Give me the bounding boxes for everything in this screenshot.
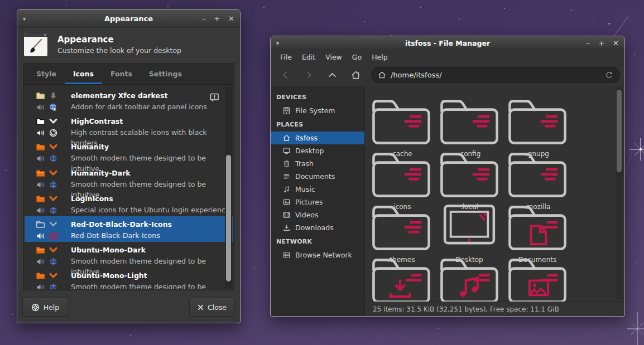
theme-list-scrollbar[interactable] [225, 87, 232, 288]
star [459, 18, 460, 20]
menu-item[interactable]: Go [347, 53, 367, 61]
tab[interactable]: Icons [65, 64, 102, 84]
folder-downloads-icon [367, 252, 435, 302]
sidebar-item[interactable]: Documents [271, 170, 364, 183]
comment-badge-icon [210, 93, 219, 103]
close-dialog-button[interactable]: Close [189, 298, 235, 317]
file-item[interactable]: Desktop [435, 198, 503, 251]
sidebar-item[interactable]: Pictures [271, 196, 364, 208]
theme-name: LoginIcons [71, 193, 233, 205]
tab[interactable]: Settings [141, 64, 190, 84]
globe-navy-icon [49, 283, 58, 289]
star [382, 336, 383, 337]
file-item[interactable]: .cache [367, 93, 435, 145]
theme-name: Humanity-Dark [71, 168, 233, 179]
theme-description: Special icons for the Ubuntu login exper… [71, 205, 233, 215]
star [66, 4, 67, 6]
menu-item[interactable]: File [275, 53, 297, 61]
file-item[interactable]: Music [435, 251, 503, 302]
sidebar-item[interactable]: Videos [271, 208, 364, 221]
globe-navy-icon [49, 180, 58, 189]
chevron-left-icon [281, 70, 290, 80]
monitor-icon [435, 200, 503, 255]
home-button[interactable] [344, 66, 367, 83]
window-menu-icon[interactable]: ▾ [276, 40, 286, 46]
icon-theme-row[interactable]: elementary Xfce darkest Addon for dark t… [25, 88, 233, 113]
menubar: FileEditViewGoHelp [271, 50, 624, 64]
sidebar-section-label: NETWORK [271, 234, 364, 249]
toolbar: /home/itsfoss/ [271, 64, 624, 86]
star [438, 328, 439, 329]
window-menu-icon[interactable]: ▾ [23, 16, 33, 22]
back-button[interactable] [274, 66, 296, 83]
sidebar-item[interactable]: Downloads [271, 221, 364, 234]
maximize-button[interactable]: + [598, 40, 604, 47]
chevron-orange-icon [49, 194, 58, 203]
speaker-color-icon [36, 257, 45, 266]
close-button[interactable]: ✕ [613, 40, 619, 47]
file-item[interactable]: .themes [367, 198, 435, 251]
icon-theme-row[interactable]: Humanity-Dark Smooth modern theme design… [25, 165, 233, 191]
sidebar-item[interactable]: Music [271, 183, 364, 196]
minimize-button[interactable]: – [202, 15, 206, 22]
file-item[interactable]: Downloads [367, 251, 435, 302]
menu-item[interactable]: Edit [297, 53, 320, 61]
reload-icon[interactable] [605, 71, 613, 79]
appearance-titlebar[interactable]: ▾ Appearance – + ✕ [17, 9, 240, 28]
path-bar[interactable]: /home/itsfoss/ [371, 67, 620, 83]
scrollbar-thumb[interactable] [226, 155, 231, 281]
theme-preview-icons [36, 116, 60, 138]
chevron-right-icon [304, 70, 314, 80]
path-text[interactable]: /home/itsfoss/ [391, 71, 600, 79]
close-button[interactable]: ✕ [228, 15, 234, 22]
star [636, 262, 637, 263]
folder-icon [367, 94, 435, 149]
page-title: Appearance [57, 35, 181, 45]
icon-theme-row[interactable]: Ubuntu-Mono-Light Smooth modern theme de… [25, 268, 233, 289]
star [571, 9, 572, 11]
folder-orange-icon [36, 194, 45, 203]
star [364, 21, 365, 22]
help-button[interactable]: Help [22, 298, 68, 317]
file-item[interactable]: Pictures [503, 251, 571, 302]
theme-name: Red-Dot-Black-Dark-Icons [71, 219, 233, 230]
file-item[interactable]: .mozilla [503, 145, 571, 198]
icon-theme-row[interactable]: HighContrast High contrast scalable icon… [25, 113, 233, 139]
sidebar-item[interactable]: File System [271, 104, 364, 117]
forward-button[interactable] [297, 66, 320, 83]
downloads-icon [282, 223, 291, 232]
file-item[interactable]: .local [435, 145, 503, 198]
sidebar-item[interactable]: Browse Network [271, 249, 364, 261]
file-item[interactable]: Documents [503, 198, 571, 251]
icon-theme-row[interactable]: Humanity Smooth modern theme designed to… [25, 139, 233, 164]
appearance-notebook: StyleIconsFontsSettings elementary Xfce … [23, 63, 234, 290]
file-manager-titlebar[interactable]: ▾ itsfoss - File Manager – + ✕ [271, 36, 624, 50]
tab[interactable]: Style [28, 64, 65, 84]
menu-item[interactable]: Help [367, 53, 393, 61]
scrollbar-thumb[interactable] [617, 90, 622, 172]
menu-item[interactable]: View [320, 53, 347, 61]
sidebar-item[interactable]: itsfoss [271, 132, 364, 144]
minimize-button[interactable]: – [587, 40, 590, 47]
home-path-icon [378, 71, 386, 79]
icon-theme-row[interactable]: Ubuntu-Mono-Dark Smooth modern theme des… [25, 242, 233, 268]
status-bar: 25 items: 31.5 KiB (32,251 bytes), Free … [365, 302, 624, 316]
files-scrollbar[interactable] [616, 88, 623, 299]
folder-documents-icon [503, 200, 571, 255]
speaker-color-icon [36, 180, 45, 189]
tab[interactable]: Fonts [102, 64, 141, 84]
theme-description: Smooth modern theme designed to be intui… [71, 281, 233, 289]
sidebar-item-label: Videos [295, 211, 319, 219]
sidebar-item[interactable]: Desktop [271, 144, 364, 157]
file-item[interactable]: .gnupg [503, 93, 571, 145]
theme-preview-icons [36, 168, 60, 190]
icon-theme-row[interactable]: Red-Dot-Black-Dark-Icons Red-Dot-Black-D… [25, 216, 233, 242]
maximize-button[interactable]: + [214, 15, 220, 22]
page-subtitle: Customize the look of your desktop [57, 46, 181, 55]
icon-theme-row[interactable]: LoginIcons Special icons for the Ubuntu … [25, 191, 233, 216]
file-item[interactable]: .config [435, 93, 503, 145]
up-button[interactable] [321, 66, 343, 83]
star [504, 8, 505, 9]
sidebar-item[interactable]: Trash [271, 157, 364, 170]
file-item[interactable]: .icons [367, 145, 435, 198]
